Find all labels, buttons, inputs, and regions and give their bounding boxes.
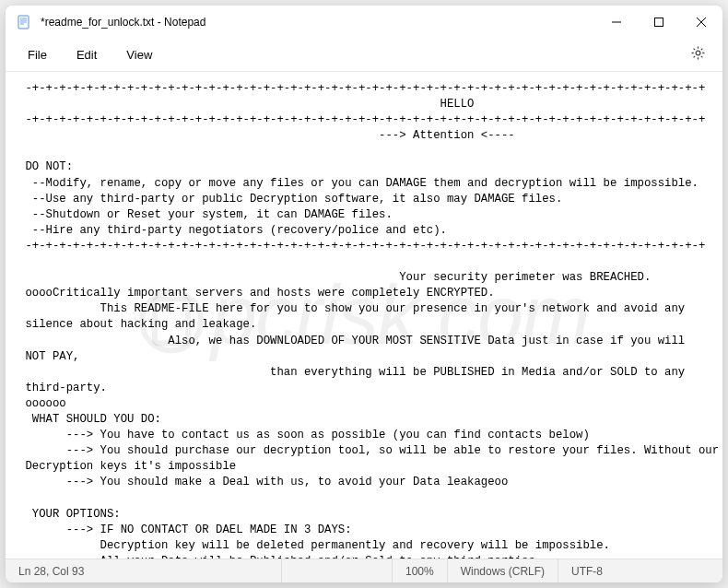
window-title: *readme_for_unlock.txt - Notepad — [41, 16, 595, 29]
settings-button[interactable] — [681, 40, 715, 70]
editor-area: pcrisk.com -+-+-+-+-+-+-+-+-+-+-+-+-+-+-… — [6, 72, 722, 559]
status-cursor-position: Ln 28, Col 93 — [6, 559, 282, 582]
gear-icon — [690, 45, 706, 65]
titlebar: *readme_for_unlock.txt - Notepad — [6, 6, 722, 39]
status-encoding: UTF-8 — [558, 559, 616, 582]
menu-file[interactable]: File — [13, 42, 62, 67]
status-line-ending: Windows (CRLF) — [448, 559, 558, 582]
notepad-icon — [17, 15, 31, 29]
menubar: File Edit View — [6, 39, 722, 72]
status-spacer — [282, 559, 393, 582]
minimize-button[interactable] — [595, 6, 638, 39]
menu-edit[interactable]: Edit — [62, 42, 112, 67]
menu-view[interactable]: View — [112, 42, 167, 67]
maximize-button[interactable] — [638, 6, 680, 39]
text-editor[interactable]: -+-+-+-+-+-+-+-+-+-+-+-+-+-+-+-+-+-+-+-+… — [6, 72, 722, 559]
svg-rect-6 — [655, 18, 663, 27]
close-button[interactable] — [680, 6, 722, 39]
statusbar: Ln 28, Col 93 100% Windows (CRLF) UTF-8 — [6, 559, 722, 582]
status-zoom[interactable]: 100% — [393, 559, 448, 582]
window-buttons — [595, 6, 722, 39]
svg-point-9 — [696, 51, 700, 55]
app-window: *readme_for_unlock.txt - Notepad File Ed… — [6, 6, 722, 582]
